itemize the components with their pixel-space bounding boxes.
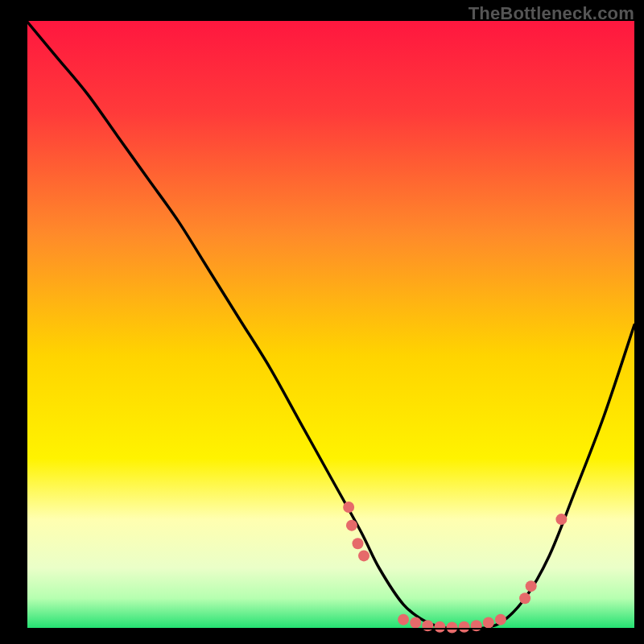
- chart-frame: TheBottleneck.com: [0, 0, 644, 644]
- data-marker: [343, 502, 354, 513]
- data-marker: [459, 621, 470, 633]
- data-marker: [434, 621, 445, 633]
- data-marker: [483, 617, 494, 628]
- gradient-background: [27, 21, 634, 629]
- data-marker: [346, 520, 357, 531]
- bottleneck-chart: [0, 0, 644, 644]
- data-marker: [495, 614, 506, 625]
- data-marker: [555, 514, 567, 525]
- data-marker: [410, 617, 421, 628]
- data-marker: [471, 620, 482, 631]
- watermark-text: TheBottleneck.com: [469, 3, 634, 24]
- data-marker: [352, 538, 363, 549]
- data-marker: [358, 550, 369, 561]
- data-marker: [519, 592, 530, 604]
- data-marker: [422, 620, 433, 631]
- data-marker: [447, 621, 458, 633]
- data-marker: [398, 614, 409, 625]
- data-marker: [526, 580, 537, 592]
